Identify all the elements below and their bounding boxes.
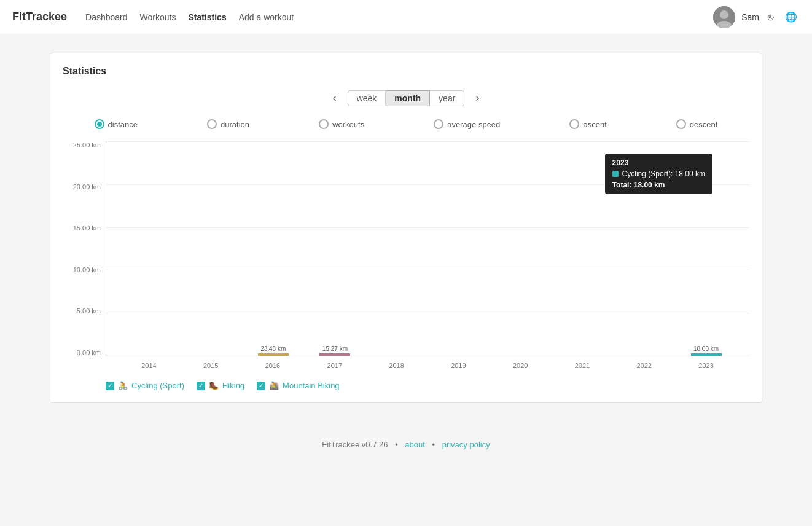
bar-group — [567, 346, 598, 356]
legend-check-cycling: ✓ — [106, 382, 114, 390]
radio-descent-circle — [676, 119, 686, 129]
bars-container: 23.48 km15.27 km18.00 km — [106, 141, 749, 356]
username: Sam — [741, 12, 759, 22]
bar-group — [134, 346, 165, 356]
bar-group — [505, 346, 536, 356]
y-label-5: 25.00 km — [73, 141, 101, 149]
metric-ascent[interactable]: ascent — [569, 119, 606, 129]
x-label: 2017 — [319, 362, 350, 369]
radio-duration-circle — [207, 119, 217, 129]
bar-label-top: 15.27 km — [322, 345, 348, 352]
metric-workouts[interactable]: workouts — [319, 119, 364, 129]
nav-workouts[interactable]: Workouts — [140, 10, 176, 25]
metric-descent-label: descent — [690, 120, 718, 129]
prev-button[interactable]: ‹ — [328, 89, 342, 107]
time-nav: ‹ week month year › — [63, 89, 749, 107]
bar-rect[interactable] — [258, 353, 289, 356]
legend-cycling-label: Cycling (Sport) — [131, 381, 184, 390]
footer: FitTrackee v0.7.26 • about • privacy pol… — [0, 422, 812, 468]
legend: ✓ 🚴 Cycling (Sport) ✓ 🥾 Hiking ✓ 🚵 Mount… — [63, 381, 749, 390]
x-label: 2023 — [691, 362, 722, 369]
x-label: 2021 — [567, 362, 598, 369]
y-label-1: 5.00 km — [77, 307, 101, 315]
legend-check-mtb: ✓ — [257, 382, 265, 390]
chart-area: 25.00 km 20.00 km 15.00 km 10.00 km 5.00… — [63, 141, 749, 375]
bar-group: 15.27 km — [319, 345, 350, 356]
metric-distance-label: distance — [108, 120, 138, 129]
stats-card: Statistics ‹ week month year › distance … — [50, 53, 762, 403]
radio-distance-circle — [95, 119, 104, 129]
avatar — [713, 6, 735, 28]
legend-hiking-label: Hiking — [222, 381, 244, 390]
week-button[interactable]: week — [348, 90, 386, 106]
legend-hiking-icon: 🥾 — [209, 381, 219, 390]
chart-wrapper: 25.00 km 20.00 km 15.00 km 10.00 km 5.00… — [63, 141, 749, 375]
legend-cycling-icon: 🚴 — [118, 381, 128, 390]
metric-duration[interactable]: duration — [207, 119, 249, 129]
metric-descent[interactable]: descent — [676, 119, 718, 129]
settings-button[interactable]: 🌐 — [783, 9, 800, 25]
y-label-3: 15.00 km — [73, 224, 101, 232]
bar-group — [629, 346, 660, 356]
footer-dot-2: • — [432, 440, 435, 449]
nav-links: Dashboard Workouts Statistics Add a work… — [85, 10, 713, 25]
bar-label-top: 18.00 km — [693, 345, 719, 352]
metric-duration-label: duration — [221, 120, 249, 129]
bar-group — [381, 346, 412, 356]
navbar: FitTrackee Dashboard Workouts Statistics… — [0, 0, 812, 34]
footer-privacy-link[interactable]: privacy policy — [442, 440, 490, 449]
footer-version: v0.7.26 — [362, 440, 388, 449]
y-axis: 25.00 km 20.00 km 15.00 km 10.00 km 5.00… — [63, 141, 106, 356]
legend-mtb-icon: 🚵 — [269, 381, 279, 390]
x-label: 2014 — [133, 362, 164, 369]
bar-group: 23.48 km — [258, 345, 289, 356]
navbar-right: Sam ⎋ 🌐 — [713, 6, 800, 28]
y-label-2: 10.00 km — [73, 266, 101, 273]
metric-avg-speed[interactable]: average speed — [434, 119, 500, 129]
x-label: 2015 — [195, 362, 226, 369]
nav-statistics[interactable]: Statistics — [188, 10, 226, 25]
metric-avgspeed-label: average speed — [447, 120, 500, 129]
bar-group: 18.00 km — [691, 345, 722, 356]
metric-ascent-label: ascent — [583, 120, 606, 129]
metric-distance[interactable]: distance — [95, 119, 138, 129]
legend-mtb[interactable]: ✓ 🚵 Mountain Biking — [257, 381, 340, 390]
x-label: 2016 — [257, 362, 288, 369]
nav-dashboard[interactable]: Dashboard — [85, 10, 128, 25]
bar-label-top: 23.48 km — [260, 345, 286, 352]
footer-brand: FitTrackee — [322, 440, 359, 449]
x-label: 2018 — [381, 362, 412, 369]
bar-rect[interactable] — [691, 353, 722, 356]
y-label-0: 0.00 km — [77, 349, 101, 356]
svg-point-1 — [720, 10, 728, 19]
legend-hiking[interactable]: ✓ 🥾 Hiking — [197, 381, 244, 390]
legend-mtb-label: Mountain Biking — [283, 381, 340, 390]
metric-radios: distance duration workouts average speed… — [63, 119, 749, 129]
x-label: 2020 — [505, 362, 536, 369]
radio-workouts-circle — [319, 119, 329, 129]
footer-dot-1: • — [395, 440, 398, 449]
legend-cycling[interactable]: ✓ 🚴 Cycling (Sport) — [106, 381, 184, 390]
legend-check-hiking: ✓ — [197, 382, 205, 390]
main-content: Statistics ‹ week month year › distance … — [37, 53, 775, 403]
radio-avgspeed-circle — [434, 119, 443, 129]
radio-ascent-circle — [569, 119, 579, 129]
bar-rect[interactable] — [319, 353, 350, 356]
next-button[interactable]: › — [470, 89, 484, 107]
chart-plot: 23.48 km15.27 km18.00 km 2023 Cycling (S… — [106, 141, 749, 356]
month-button[interactable]: month — [386, 90, 430, 106]
metric-workouts-label: workouts — [332, 120, 364, 129]
brand-logo[interactable]: FitTrackee — [12, 10, 67, 23]
logout-button[interactable]: ⎋ — [765, 9, 776, 25]
x-label: 2022 — [629, 362, 660, 369]
nav-add-workout[interactable]: Add a workout — [239, 10, 294, 25]
year-button[interactable]: year — [430, 90, 464, 106]
x-label: 2019 — [443, 362, 474, 369]
y-label-4: 20.00 km — [73, 183, 101, 190]
x-axis: 2014201520162017201820192020202120222023 — [106, 356, 749, 375]
footer-about-link[interactable]: about — [405, 440, 425, 449]
stats-title: Statistics — [63, 66, 749, 77]
bar-group — [196, 346, 227, 356]
time-buttons: week month year — [348, 90, 465, 106]
bar-group — [443, 346, 474, 356]
